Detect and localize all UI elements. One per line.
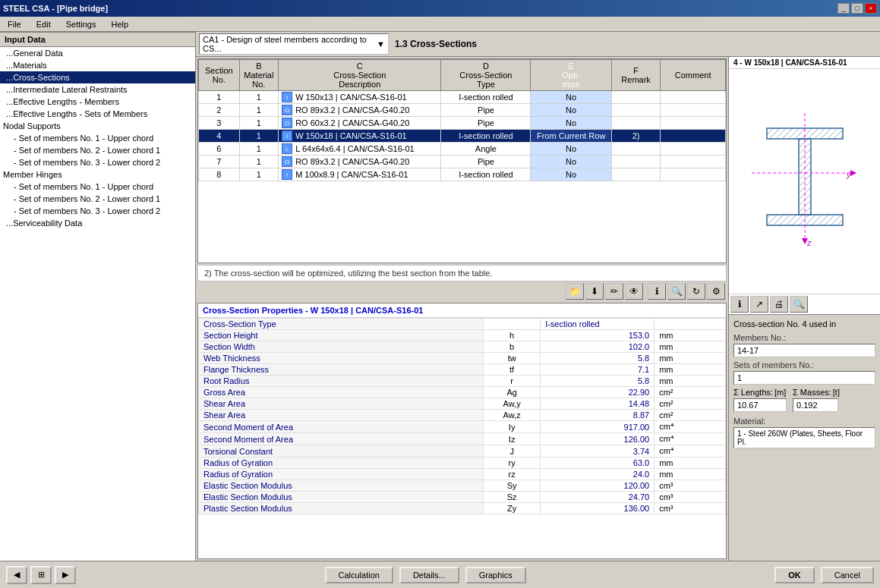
- add-file-button[interactable]: 📁: [566, 283, 584, 300]
- cancel-button[interactable]: Cancel: [821, 567, 874, 583]
- tree-item[interactable]: - Set of members No. 3 - Lower chord 2: [0, 156, 195, 168]
- prop-symbol: Aw,y: [484, 398, 541, 410]
- prop-unit: cm⁴: [654, 421, 726, 433]
- export-button[interactable]: ⬇: [585, 283, 604, 300]
- prop-name: Second Moment of Area: [199, 433, 484, 445]
- table-row[interactable]: 6 1 L L 64x64x6.4 | CAN/CSA-S16-01 Angle…: [199, 143, 726, 156]
- title-text: STEEL CSA - [Pipe bridge]: [3, 4, 108, 13]
- content-area: SectionNo. BMaterialNo. CCross-SectionDe…: [196, 57, 880, 561]
- menu-settings[interactable]: Settings: [62, 18, 101, 30]
- cell-remark: [611, 91, 660, 104]
- menu-file[interactable]: File: [3, 18, 26, 30]
- rotate-button[interactable]: ↻: [687, 283, 705, 300]
- sigma-lengths-group: Σ Lengths: [m] 10.67: [733, 388, 787, 412]
- properties-header: Cross-Section Properties - W 150x18 | CA…: [198, 303, 726, 318]
- nav-next-button[interactable]: ▶: [55, 566, 76, 584]
- tree-item[interactable]: - Set of members No. 1 - Upper chord: [0, 132, 195, 144]
- tree-item[interactable]: ...Serviceability Data: [0, 217, 195, 229]
- table-row[interactable]: 1 1 I W 150x13 | CAN/CSA-S16-01 I-sectio…: [199, 91, 726, 104]
- menu-help[interactable]: Help: [106, 18, 133, 30]
- tree-item[interactable]: ...Materials: [0, 59, 195, 71]
- cell-no: 7: [199, 156, 240, 168]
- title-bar: STEEL CSA - [Pipe bridge] _ □ ×: [0, 0, 880, 17]
- table-row[interactable]: 4 1 I W 150x18 | CAN/CSA-S16-01 I-sectio…: [199, 130, 726, 143]
- graphics-button[interactable]: Graphics: [465, 567, 526, 583]
- prop-symbol: Ag: [484, 387, 541, 398]
- prop-symbol: Sy: [484, 480, 541, 492]
- table-row[interactable]: 8 1 I M 100x8.9 | CAN/CSA-S16-01 I-secti…: [199, 168, 726, 181]
- prop-name: Radius of Gyration: [199, 458, 484, 469]
- prop-unit: mm: [654, 376, 726, 387]
- prop-symbol: h: [484, 330, 541, 341]
- cell-remark: [611, 156, 660, 168]
- print-button[interactable]: 🖨: [770, 296, 788, 313]
- export2-button[interactable]: ↗: [750, 296, 768, 313]
- property-row: Gross Area Ag 22.90 cm²: [199, 387, 726, 398]
- prop-symbol: [484, 319, 541, 330]
- note-area: 2) The cross-section will be optimized, …: [197, 265, 727, 281]
- prop-value: 102.0: [541, 341, 654, 353]
- properties-table: Cross-Section Type I-section rolled Sect…: [198, 318, 726, 514]
- property-row: Radius of Gyration rz 24.0 mm: [199, 469, 726, 480]
- property-row: Elastic Section Modulus Sy 120.00 cm³: [199, 480, 726, 492]
- prop-unit: cm³: [654, 492, 726, 503]
- tree-item[interactable]: - Set of members No. 2 - Lower chord 1: [0, 144, 195, 156]
- prop-symbol: Sz: [484, 492, 541, 503]
- details-button[interactable]: Details...: [399, 567, 459, 583]
- sigma-masses-value: 0.192: [793, 398, 838, 412]
- close-button[interactable]: ×: [865, 3, 877, 14]
- nav-home-button[interactable]: ⊞: [30, 566, 52, 584]
- bottom-right: OK Cancel: [774, 567, 874, 583]
- cell-no: 4: [199, 130, 240, 143]
- maximize-button[interactable]: □: [851, 3, 863, 14]
- title-buttons: _ □ ×: [837, 3, 877, 14]
- zoom-button[interactable]: 🔍: [667, 283, 686, 300]
- prop-unit: cm³: [654, 480, 726, 492]
- cell-opt: No: [531, 104, 612, 117]
- prop-value: 136.00: [541, 503, 654, 514]
- sigma-masses-label: Σ Masses:: [793, 388, 831, 397]
- cell-opt: No: [531, 91, 612, 104]
- tree-item[interactable]: ...Cross-Sections: [0, 71, 195, 83]
- info-button[interactable]: ℹ: [648, 283, 666, 300]
- tree-item[interactable]: - Set of members No. 2 - Lower chord 1: [0, 193, 195, 205]
- cell-comment: [661, 104, 726, 117]
- tree-item[interactable]: ...General Data: [0, 47, 195, 59]
- tree-item[interactable]: ...Intermediate Lateral Restraints: [0, 83, 195, 96]
- prop-symbol: Iz: [484, 433, 541, 445]
- edit-button[interactable]: ✏: [605, 283, 623, 300]
- cell-comment: [661, 91, 726, 104]
- tree-item[interactable]: - Set of members No. 3 - Lower chord 2: [0, 205, 195, 217]
- tree-item[interactable]: Nodal Supports: [0, 120, 195, 132]
- zoom2-button[interactable]: 🔍: [790, 296, 808, 313]
- table-row[interactable]: 2 1 O RO 89x3.2 | CAN/CSA-G40.20 Pipe No: [199, 104, 726, 117]
- prop-name: Radius of Gyration: [199, 469, 484, 480]
- table-row[interactable]: 3 1 O RO 60x3.2 | CAN/CSA-G40.20 Pipe No: [199, 117, 726, 130]
- view-button[interactable]: 👁: [625, 283, 643, 300]
- tree-item[interactable]: ...Effective Lengths - Members: [0, 96, 195, 108]
- prop-symbol: tf: [484, 364, 541, 376]
- info2-button[interactable]: ℹ: [730, 296, 749, 313]
- menu-edit[interactable]: Edit: [32, 18, 55, 30]
- prop-value: 63.0: [541, 458, 654, 469]
- prop-unit: mm: [654, 330, 726, 341]
- ok-button[interactable]: OK: [774, 567, 815, 583]
- sigma-masses-unit: [t]: [833, 388, 840, 397]
- module-dropdown[interactable]: CA1 - Design of steel members according …: [199, 33, 389, 55]
- minimize-button[interactable]: _: [837, 3, 850, 14]
- table-row[interactable]: 7 1 O RO 89x3.2 | CAN/CSA-G40.20 Pipe No: [199, 156, 726, 168]
- settings-button[interactable]: ⚙: [707, 283, 725, 300]
- cell-type: I-section rolled: [441, 91, 531, 104]
- calculation-button[interactable]: Calculation: [325, 567, 393, 583]
- prop-name: Elastic Section Modulus: [199, 480, 484, 492]
- tree-item[interactable]: ...Effective Lengths - Sets of Members: [0, 108, 195, 120]
- prop-symbol: tw: [484, 353, 541, 364]
- prop-unit: cm²: [654, 398, 726, 410]
- nav-prev-button[interactable]: ◀: [6, 566, 27, 584]
- prop-name: Flange Thickness: [199, 364, 484, 376]
- tree-item[interactable]: Member Hinges: [0, 168, 195, 181]
- tree-item[interactable]: - Set of members No. 1 - Upper chord: [0, 181, 195, 193]
- tree-container: ...General Data...Materials...Cross-Sect…: [0, 47, 195, 229]
- prop-value: 126.00: [541, 433, 654, 445]
- cell-type: Pipe: [441, 104, 531, 117]
